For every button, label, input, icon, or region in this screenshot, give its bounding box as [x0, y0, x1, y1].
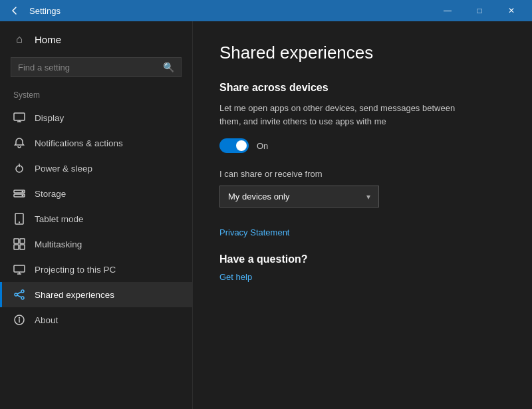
sidebar-section-title: System: [0, 88, 192, 105]
main-content: Shared experiences Share across devices …: [193, 21, 532, 409]
power-icon: [13, 162, 25, 174]
toggle-row: On: [219, 138, 505, 153]
close-button[interactable]: ✕: [496, 0, 527, 21]
svg-rect-12: [20, 239, 25, 243]
sidebar-item-multitasking[interactable]: Multitasking: [0, 231, 192, 257]
maximize-button[interactable]: □: [464, 0, 495, 21]
sidebar-item-shared[interactable]: Shared experiences: [0, 282, 192, 307]
share-toggle[interactable]: [219, 138, 249, 153]
projecting-icon: [13, 263, 25, 275]
display-icon: [13, 112, 25, 124]
home-icon: ⌂: [13, 33, 25, 45]
about-label: About: [35, 315, 58, 325]
search-input[interactable]: [18, 63, 158, 72]
notifications-icon: [13, 137, 25, 149]
svg-point-25: [19, 318, 20, 319]
sidebar-item-home[interactable]: ⌂ Home: [0, 27, 192, 52]
get-help-link[interactable]: Get help: [219, 272, 252, 282]
tablet-label: Tablet mode: [35, 214, 84, 224]
svg-rect-0: [14, 113, 25, 120]
share-description: Let me open apps on other devices, send …: [219, 102, 472, 128]
privacy-statement-link[interactable]: Privacy Statement: [219, 227, 290, 237]
home-label: Home: [35, 34, 61, 45]
share-dropdown[interactable]: My devices only ▾: [219, 186, 379, 207]
sidebar-item-about[interactable]: About: [0, 307, 192, 333]
multitasking-label: Multitasking: [35, 239, 82, 249]
power-label: Power & sleep: [35, 164, 92, 174]
shared-label: Shared experiences: [35, 290, 114, 300]
storage-icon: [13, 188, 25, 200]
share-section-title: Share across devices: [219, 82, 505, 94]
projecting-label: Projecting to this PC: [35, 265, 116, 275]
svg-point-19: [15, 293, 17, 296]
tablet-icon: [13, 213, 25, 225]
svg-rect-15: [14, 265, 25, 272]
share-from-label: I can share or receive from: [219, 169, 505, 179]
storage-label: Storage: [35, 189, 66, 199]
sidebar-item-tablet[interactable]: Tablet mode: [0, 206, 192, 231]
display-label: Display: [35, 113, 64, 123]
multitasking-icon: [13, 238, 25, 250]
toggle-knob: [236, 140, 247, 151]
svg-rect-11: [14, 239, 19, 243]
svg-line-22: [17, 295, 21, 297]
search-box[interactable]: 🔍: [11, 57, 182, 77]
titlebar-left: Settings: [5, 1, 61, 20]
svg-line-21: [17, 292, 21, 294]
notifications-label: Notifications & actions: [35, 138, 123, 148]
toggle-label: On: [257, 141, 268, 151]
svg-point-20: [21, 297, 24, 299]
back-button[interactable]: [5, 1, 24, 20]
sidebar-item-notifications[interactable]: Notifications & actions: [0, 130, 192, 156]
svg-rect-14: [20, 245, 25, 249]
svg-point-8: [22, 195, 23, 196]
about-icon: [13, 314, 25, 326]
svg-rect-13: [14, 245, 19, 249]
titlebar: Settings — □ ✕: [0, 0, 532, 21]
dropdown-value: My devices only: [228, 192, 289, 202]
have-question-title: Have a question?: [219, 253, 505, 265]
sidebar-item-projecting[interactable]: Projecting to this PC: [0, 257, 192, 282]
chevron-down-icon: ▾: [366, 192, 370, 202]
minimize-button[interactable]: —: [432, 0, 463, 21]
page-title: Shared experiences: [219, 43, 505, 63]
shared-icon: [13, 289, 25, 301]
sidebar-item-display[interactable]: Display: [0, 105, 192, 130]
svg-point-7: [22, 191, 23, 192]
sidebar-item-storage[interactable]: Storage: [0, 181, 192, 206]
app-title: Settings: [29, 6, 61, 16]
search-icon: 🔍: [163, 62, 174, 72]
sidebar-item-power[interactable]: Power & sleep: [0, 156, 192, 181]
sidebar: ⌂ Home 🔍 System Display: [0, 21, 193, 409]
window-controls: — □ ✕: [432, 0, 527, 21]
svg-point-18: [21, 290, 24, 293]
app-body: ⌂ Home 🔍 System Display: [0, 21, 532, 409]
